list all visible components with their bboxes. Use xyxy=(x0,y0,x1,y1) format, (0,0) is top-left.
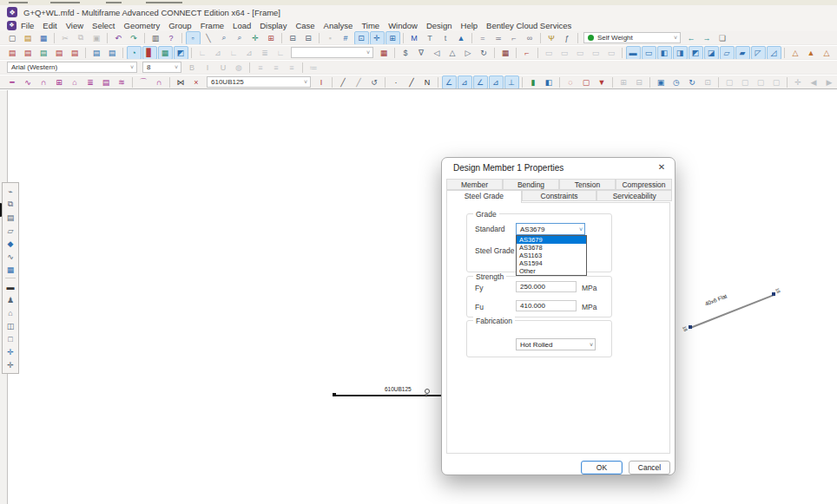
beam-node[interactable] xyxy=(333,393,336,396)
flat-bar-icon[interactable]: ▬ xyxy=(4,280,17,293)
draw-panel-icon[interactable]: ▤ xyxy=(99,75,114,89)
save-file-icon[interactable]: ▦ xyxy=(36,31,51,45)
slope-snap-1-icon[interactable]: ∠ xyxy=(442,75,457,89)
result-window-1-icon[interactable]: ▤ xyxy=(5,46,20,60)
dim-line-1-icon[interactable]: = xyxy=(476,31,491,45)
draw-wall-icon[interactable]: ≋ xyxy=(115,75,129,89)
flat-node-left[interactable] xyxy=(689,325,692,329)
sort-results-icon[interactable]: $ xyxy=(399,46,413,60)
tab-constraints[interactable]: Constraints xyxy=(522,190,597,201)
model-canvas[interactable]: ⌁⧉▤▱◆∿▦▬♟⌂◫□✛✛ 610UB125 ▼ 40x6 Flat 18 1… xyxy=(0,90,837,504)
option-as3679[interactable]: AS3679 xyxy=(517,236,586,244)
menu-bentley-cloud-services[interactable]: Bentley Cloud Services xyxy=(482,20,576,31)
result-axial-icon[interactable]: ▤ xyxy=(36,46,51,60)
menu-time[interactable]: Time xyxy=(357,20,384,31)
grid-table-icon[interactable]: ▦ xyxy=(377,46,392,60)
section-view-7-icon[interactable]: ▱ xyxy=(720,46,735,60)
cancel-button[interactable]: Cancel xyxy=(629,461,670,475)
font-name-combo[interactable]: Arial (Western) ˅ xyxy=(7,62,137,73)
split-member-icon[interactable]: × xyxy=(189,75,204,89)
menu-group[interactable]: Group xyxy=(164,20,195,31)
select-arrow-icon[interactable]: ▫ xyxy=(186,31,201,45)
pin-end-1-icon[interactable]: ╱ xyxy=(336,75,351,89)
case-up-icon[interactable]: △ xyxy=(445,46,460,60)
zoom-extents-icon[interactable]: ⊞ xyxy=(264,31,279,45)
draw-curve-icon[interactable]: ∿ xyxy=(21,75,36,89)
option-other[interactable]: Other xyxy=(517,267,586,275)
pan-view-icon[interactable]: ✛ xyxy=(370,31,385,45)
case-next-icon[interactable]: ▷ xyxy=(461,46,476,60)
tab-bending[interactable]: Bending xyxy=(503,179,559,190)
support-mark-icon[interactable]: Ψ xyxy=(544,31,559,45)
paint-properties-icon[interactable]: ◧ xyxy=(542,75,557,89)
section-view-3-icon[interactable]: ◧ xyxy=(657,46,672,60)
draw-member-icon[interactable]: ━ xyxy=(5,75,20,89)
curve-s-icon[interactable]: ∿ xyxy=(4,250,17,263)
menu-load[interactable]: Load xyxy=(228,20,255,31)
result-moments-icon[interactable]: ▤ xyxy=(68,46,82,60)
slope-snap-5-icon[interactable]: ⊥ xyxy=(504,75,519,89)
slope-snap-4-icon[interactable]: ⊿ xyxy=(489,75,504,89)
option-as1594[interactable]: AS1594 xyxy=(517,259,586,267)
flat-node-right[interactable] xyxy=(772,292,775,296)
report-icon[interactable]: ▤ xyxy=(4,211,17,224)
steel-check-1-icon[interactable]: △ xyxy=(788,46,803,60)
link-members-icon[interactable]: ∞ xyxy=(523,31,537,45)
case-prev-icon[interactable]: ◁ xyxy=(430,46,445,60)
draw-arc-icon[interactable]: ∩ xyxy=(36,75,51,89)
menu-analyse[interactable]: Analyse xyxy=(320,20,358,31)
zoom-in-icon[interactable]: ⌕ xyxy=(217,31,232,45)
menu-frame[interactable]: Frame xyxy=(196,20,228,31)
fabrication-combo[interactable]: Hot Rolled ˅ xyxy=(516,338,596,350)
node-tool-icon[interactable]: · xyxy=(389,75,404,89)
menu-select[interactable]: Select xyxy=(88,20,119,31)
snap-grid-icon[interactable]: # xyxy=(339,31,353,45)
nav-back-icon[interactable]: ← xyxy=(684,31,699,45)
refresh-results-icon[interactable]: ↻ xyxy=(477,46,491,60)
help-icon[interactable]: ? xyxy=(164,31,179,45)
menu-design[interactable]: Design xyxy=(422,20,457,31)
menu-file[interactable]: File xyxy=(16,20,38,31)
draw-line-icon[interactable]: ╲ xyxy=(201,31,216,45)
node-label-icon[interactable]: T xyxy=(423,31,438,45)
filter-results-icon[interactable]: ∇ xyxy=(414,46,429,60)
rect-section-icon[interactable]: □ xyxy=(4,332,17,345)
print-icon[interactable]: ▥ xyxy=(148,31,163,45)
section-view-1-icon[interactable]: ▬ xyxy=(626,46,641,60)
draw-frame-icon[interactable]: ⌂ xyxy=(68,75,82,89)
label-corner-icon[interactable]: ⌐ xyxy=(520,46,535,60)
member-label-icon[interactable]: M xyxy=(407,31,422,45)
result-view-1-icon[interactable]: ▤ xyxy=(89,46,104,60)
standard-combo[interactable]: AS3679 ˅ xyxy=(516,223,585,235)
fu-input[interactable]: 410.000 xyxy=(516,300,577,311)
draw-grid-icon[interactable]: ⊞ xyxy=(52,75,67,89)
nav-forward-icon[interactable]: → xyxy=(700,31,715,45)
draw-arch-icon[interactable]: ⌒ xyxy=(136,75,151,89)
select-zone-icon[interactable]: ◌ xyxy=(563,75,578,89)
draw-dome-icon[interactable]: ∩ xyxy=(152,75,167,89)
section-view-5-icon[interactable]: ◩ xyxy=(689,46,703,60)
image-capture-icon[interactable]: ▦ xyxy=(4,263,17,276)
pin-end-2-icon[interactable]: ╱ xyxy=(352,75,366,89)
plot-stress-icon[interactable]: ◩ xyxy=(174,46,188,60)
load-label-icon[interactable]: ▲ xyxy=(454,31,469,45)
time-clock-icon[interactable]: ◷ xyxy=(669,75,684,89)
tab-serviceability[interactable]: Serviceability xyxy=(596,190,672,201)
dim-line-2-icon[interactable]: ≃ xyxy=(491,31,506,45)
tab-member[interactable]: Member xyxy=(446,179,503,190)
draw-truss-icon[interactable]: ≣ xyxy=(83,75,98,89)
open-file-icon[interactable]: ▤ xyxy=(21,31,36,45)
steel-check-3-icon[interactable]: △ xyxy=(820,46,834,60)
select-below-icon[interactable]: ▼ xyxy=(595,75,610,89)
tab-tension[interactable]: Tension xyxy=(559,179,616,190)
section-view-4-icon[interactable]: ◨ xyxy=(673,46,688,60)
section-view-9-icon[interactable]: ◸ xyxy=(751,46,766,60)
shape-diamond-icon[interactable]: ◆ xyxy=(4,237,17,250)
section-view-10-icon[interactable]: ◿ xyxy=(767,46,781,60)
section-view-2-icon[interactable]: ▭ xyxy=(642,46,656,60)
menu-help[interactable]: Help xyxy=(457,20,483,31)
menu-display[interactable]: Display xyxy=(255,20,291,31)
menu-view[interactable]: View xyxy=(62,20,88,31)
steel-check-2-icon[interactable]: ▲ xyxy=(804,46,819,60)
cross-gray-icon[interactable]: ✛ xyxy=(4,358,17,371)
